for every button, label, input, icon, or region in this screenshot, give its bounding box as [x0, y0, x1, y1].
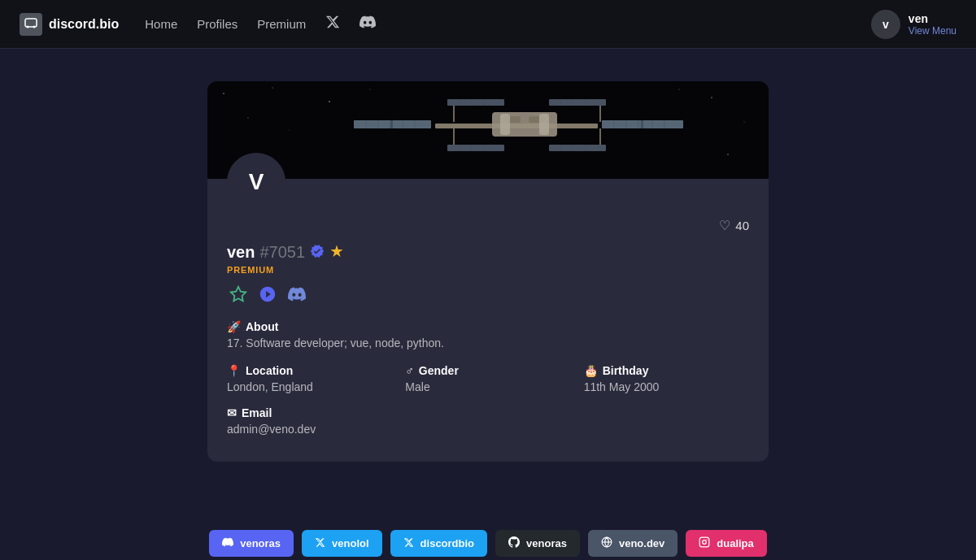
social-label-venoras-github: venoras — [526, 537, 567, 549]
profile-card: V ♡ 40 ven #7051 PREMIUM — [207, 81, 769, 462]
gender-icon: ♂ — [405, 364, 414, 377]
rocket-icon: 🚀 — [227, 320, 241, 333]
about-title: 🚀 About — [227, 320, 749, 333]
nav-links: Home Profiles Premium — [145, 14, 845, 34]
twitter-icon-social-2 — [403, 537, 414, 550]
svg-rect-29 — [602, 120, 641, 128]
social-label-venolol: venolol — [332, 537, 369, 549]
svg-point-60 — [703, 540, 707, 545]
svg-rect-0 — [25, 19, 37, 27]
nav-home[interactable]: Home — [145, 17, 177, 31]
svg-rect-22 — [393, 120, 431, 128]
svg-rect-41 — [549, 99, 606, 106]
about-text: 17. Software developer; vue, node, pytho… — [227, 336, 749, 349]
social-btn-discordbio-twitter[interactable]: discordbio — [390, 530, 487, 557]
likes-row: ♡ 40 — [227, 218, 749, 233]
svg-rect-21 — [354, 120, 390, 128]
svg-rect-46 — [447, 145, 504, 151]
nav-premium[interactable]: Premium — [257, 17, 306, 31]
email-label: ✉ Email — [227, 406, 749, 419]
brand-name: discord.bio — [49, 17, 119, 32]
social-label-venodev: veno.dev — [619, 537, 664, 549]
svg-point-8 — [247, 117, 248, 118]
svg-rect-36 — [447, 99, 504, 106]
badges-row — [227, 283, 749, 306]
email-section: ✉ Email admin@veno.dev — [227, 406, 749, 436]
premium-sparkle-icon — [329, 244, 344, 262]
social-btn-dualipa-instagram[interactable]: dualipa — [686, 530, 767, 557]
main-content: V ♡ 40 ven #7051 PREMIUM — [0, 49, 976, 510]
nav-username: ven — [908, 12, 956, 25]
email-icon: ✉ — [227, 406, 237, 419]
svg-point-6 — [329, 101, 330, 102]
likes-count: 40 — [735, 219, 749, 232]
user-menu[interactable]: v ven View Menu — [871, 10, 956, 39]
premium-label: PREMIUM — [227, 265, 749, 275]
card-body: ♡ 40 ven #7051 PREMIUM — [207, 211, 769, 462]
gender-label: ♂ Gender — [405, 364, 570, 377]
birthday-label: 🎂 Birthday — [584, 364, 749, 377]
about-section: 🚀 About 17. Software developer; vue, nod… — [227, 320, 749, 349]
navbar: discord.bio Home Profiles Premium v ven … — [0, 0, 976, 49]
nav-profiles[interactable]: Profiles — [197, 17, 237, 31]
svg-point-61 — [707, 539, 708, 540]
svg-rect-59 — [699, 537, 709, 547]
svg-rect-40 — [453, 106, 455, 122]
profile-username: ven — [227, 243, 255, 262]
profile-avatar: V — [227, 153, 285, 211]
social-btn-venoras-discord[interactable]: venoras — [209, 530, 294, 557]
birthday-section: 🎂 Birthday 11th May 2000 — [584, 364, 749, 393]
gender-section: ♂ Gender Male — [405, 364, 570, 393]
info-grid: 📍 Location London, England ♂ Gender Male — [227, 364, 749, 393]
web-icon — [601, 536, 612, 550]
nav-view-menu: View Menu — [908, 25, 956, 37]
badge-purple — [285, 283, 308, 306]
svg-point-12 — [727, 154, 729, 155]
svg-point-13 — [678, 89, 679, 89]
badge-green — [227, 283, 250, 306]
svg-point-9 — [289, 130, 290, 131]
svg-rect-45 — [599, 106, 601, 122]
svg-rect-19 — [539, 114, 549, 135]
svg-point-5 — [272, 87, 272, 88]
svg-rect-51 — [549, 145, 606, 151]
location-label: 📍 Location — [227, 364, 392, 377]
social-label-dualipa: dualipa — [717, 537, 754, 549]
social-btn-venoras-github[interactable]: venoras — [495, 530, 580, 557]
birthday-icon: 🎂 — [584, 364, 598, 377]
instagram-icon — [699, 536, 710, 550]
email-value: admin@veno.dev — [227, 423, 749, 436]
twitter-icon-social — [315, 537, 325, 550]
svg-point-2 — [33, 25, 36, 28]
location-icon: 📍 — [227, 364, 241, 377]
discord-nav-icon[interactable] — [359, 14, 376, 34]
verified-badge-icon — [310, 244, 325, 262]
svg-rect-50 — [453, 128, 455, 145]
brand-logo[interactable]: discord.bio — [20, 13, 119, 36]
brand-icon — [20, 13, 42, 36]
social-label-discordbio: discordbio — [420, 537, 474, 549]
github-icon — [508, 536, 520, 550]
badge-blue — [256, 283, 279, 306]
svg-point-10 — [711, 97, 712, 98]
svg-point-7 — [370, 89, 371, 90]
social-label-venoras-discord: venoras — [240, 537, 281, 549]
profile-discriminator: #7051 — [259, 243, 305, 262]
social-btn-venolol-twitter[interactable]: venolol — [302, 530, 382, 557]
svg-marker-56 — [231, 287, 246, 301]
birthday-value: 11th May 2000 — [584, 380, 749, 393]
discord-icon-social — [222, 536, 233, 550]
profile-avatar-wrapper: V — [227, 153, 285, 211]
location-section: 📍 Location London, England — [227, 364, 392, 393]
svg-point-11 — [744, 122, 745, 123]
username-row: ven #7051 — [227, 243, 749, 262]
svg-rect-30 — [643, 120, 683, 128]
social-btn-venodev[interactable]: veno.dev — [588, 530, 678, 557]
social-links-row: venoras venolol discordbio venoras veno.… — [0, 530, 976, 557]
gender-value: Male — [405, 380, 570, 393]
svg-point-1 — [27, 25, 29, 28]
heart-icon: ♡ — [719, 218, 730, 233]
twitter-icon[interactable] — [325, 15, 340, 33]
svg-rect-18 — [500, 114, 510, 135]
location-value: London, England — [227, 380, 392, 393]
